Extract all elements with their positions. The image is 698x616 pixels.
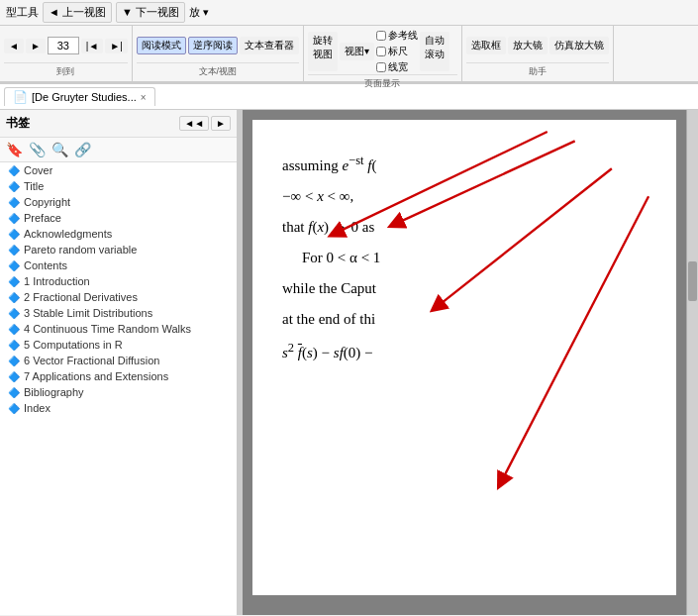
sidebar-title: 书签 — [6, 115, 30, 132]
bookmark-icon: 🔷 — [8, 245, 20, 256]
ribbon: ◄ ► |◄ ►| 到到 阅读模式 逆序阅读 文本查看器 文本/视图 旋转视图 … — [0, 26, 698, 83]
auto-scroll-btn[interactable]: 自动滚动 — [420, 32, 449, 71]
bookmark-text: 6 Vector Fractional Diffusion — [24, 355, 159, 366]
selection-box-btn[interactable]: 选取框 — [466, 37, 506, 54]
bookmark-text: Pareto random variable — [24, 244, 137, 256]
bookmark-bibliography[interactable]: 🔷 Bibliography — [0, 384, 237, 400]
pagedisplay-buttons: 旋转视图 视图▾ 参考线 标尺 线宽 自动滚动 — [308, 29, 457, 74]
bookmark-icon: 🔷 — [8, 292, 20, 303]
bookmark-computations[interactable]: 🔷 5 Computations in R — [0, 337, 237, 353]
sidebar-toggle-btn[interactable]: ► — [211, 116, 231, 131]
pdf-line-5: while the Caput — [282, 275, 647, 302]
attachment-icon-btn[interactable]: 📎 — [29, 142, 46, 157]
bookmark-stable-limit[interactable]: 🔷 3 Stable Limit Distributions — [0, 305, 237, 321]
next-view-btn[interactable]: ▼ 下一视图 — [116, 2, 185, 23]
ribbon-group-pagedisplay: 旋转视图 视图▾ 参考线 标尺 线宽 自动滚动 页面显示 — [304, 26, 462, 81]
tab-close-btn[interactable]: × — [141, 92, 147, 103]
pdf-line-7: s2 f(s) − sf(0) − — [282, 337, 647, 366]
sidebar-content: 🔷 Cover 🔷 Title 🔷 Copyright 🔷 Preface 🔷 … — [0, 162, 237, 615]
bookmark-icon: 🔷 — [8, 371, 20, 382]
bookmark-text: 3 Stable Limit Distributions — [24, 307, 152, 319]
bookmark-copyright[interactable]: 🔷 Copyright — [0, 194, 237, 210]
prev-view-btn[interactable]: ◄ 上一视图 — [43, 2, 112, 23]
document-tab[interactable]: 📄 [De Gruyter Studies... × — [4, 87, 155, 106]
bookmark-text: 1 Introduction — [24, 275, 90, 287]
pdf-line-4: For 0 < α < 1 — [282, 245, 647, 271]
bookmark-text: Cover — [24, 164, 52, 176]
bookmark-icon-btn[interactable]: 🔖 — [6, 142, 23, 157]
sidebar-collapse-btn[interactable]: ◄◄ — [179, 116, 209, 131]
sidebar-header: 书签 ◄◄ ► — [0, 110, 237, 138]
bookmark-contents[interactable]: 🔷 Contents — [0, 257, 237, 273]
sidebar-controls: ◄◄ ► — [179, 116, 231, 131]
bookmark-icon: 🔷 — [8, 229, 20, 240]
pdf-page: assuming e−st f( −∞ < x < ∞, that f(x) →… — [252, 120, 676, 595]
scrollbar-thumb[interactable] — [688, 261, 697, 301]
bookmark-text: Copyright — [24, 196, 70, 208]
bookmark-ctrw[interactable]: 🔷 4 Continuous Time Random Walks — [0, 321, 237, 337]
bookmark-text: Acknowledgments — [24, 228, 112, 240]
bookmark-text: Preface — [24, 212, 61, 224]
bookmark-icon: 🔷 — [8, 276, 20, 287]
sidebar: 书签 ◄◄ ► 🔖 📎 🔍 🔗 🔷 Cover 🔷 Title 🔷 — [0, 110, 238, 615]
bookmark-title[interactable]: 🔷 Title — [0, 178, 237, 194]
text-viewer-btn[interactable]: 文本查看器 — [240, 37, 299, 54]
sidebar-icons: 🔖 📎 🔍 🔗 — [0, 138, 237, 162]
link-icon-btn[interactable]: 🔗 — [74, 142, 91, 157]
sim-magnifier-btn[interactable]: 仿真放大镜 — [549, 37, 609, 54]
nav-buttons: ◄ ► |◄ ►| — [4, 29, 128, 62]
tab-icon: 📄 — [13, 90, 28, 104]
bookmark-icon: 🔷 — [8, 260, 20, 271]
bookmark-acknowledgments[interactable]: 🔷 Acknowledgments — [0, 226, 237, 242]
bookmark-icon: 🔷 — [8, 213, 20, 224]
bookmark-icon: 🔷 — [8, 387, 20, 398]
bookmark-text: 5 Computations in R — [24, 339, 123, 351]
guidelines-check[interactable] — [376, 31, 386, 41]
pdf-scrollbar[interactable] — [686, 110, 698, 615]
bookmark-icon: 🔷 — [8, 197, 20, 208]
pagedisplay-group-label: 页面显示 — [308, 74, 457, 90]
bookmark-text: Title — [24, 180, 44, 192]
readmode-buttons: 阅读模式 逆序阅读 文本查看器 — [137, 29, 299, 62]
bookmark-text: 4 Continuous Time Random Walks — [24, 323, 191, 335]
last-page-btn[interactable]: ►| — [105, 39, 128, 53]
main-area: 书签 ◄◄ ► 🔖 📎 🔍 🔗 🔷 Cover 🔷 Title 🔷 — [0, 110, 698, 615]
pdf-line-2: −∞ < x < ∞, — [282, 183, 647, 210]
pdf-line-3: that f(x) → 0 as — [282, 214, 647, 241]
pdf-area: assuming e−st f( −∞ < x < ∞, that f(x) →… — [243, 110, 686, 615]
bookmark-text: 2 Fractional Derivatives — [24, 291, 138, 303]
bookmark-applications[interactable]: 🔷 7 Applications and Extensions — [0, 368, 237, 384]
pdf-line-1: assuming e−st f( — [282, 150, 647, 179]
pdf-line-6: at the end of thi — [282, 306, 647, 333]
bookmark-pareto[interactable]: 🔷 Pareto random variable — [0, 242, 237, 257]
read-mode-btn[interactable]: 阅读模式 — [137, 37, 186, 54]
first-page-btn[interactable]: |◄ — [81, 39, 104, 53]
rotate-btn[interactable]: 旋转视图 — [308, 32, 338, 71]
bookmark-icon: 🔷 — [8, 181, 20, 192]
bookmark-fractional-deriv[interactable]: 🔷 2 Fractional Derivatives — [0, 289, 237, 305]
readmode-group-label: 文本/视图 — [137, 62, 299, 78]
bookmark-icon: 🔷 — [8, 356, 20, 366]
tab-label: [De Gruyter Studies... — [32, 91, 137, 103]
bookmark-preface[interactable]: 🔷 Preface — [0, 210, 237, 226]
assistant-buttons: 选取框 放大镜 仿真放大镜 — [466, 29, 609, 62]
bookmark-text: Contents — [24, 259, 67, 271]
bookmark-vector-frac[interactable]: 🔷 6 Vector Fractional Diffusion — [0, 353, 237, 368]
ruler-check[interactable] — [376, 47, 386, 56]
toolbar: 型工具 ◄ 上一视图 ▼ 下一视图 放 ▾ ◄ ► |◄ ►| 到到 阅读模式 … — [0, 0, 698, 84]
search-icon-btn[interactable]: 🔍 — [51, 142, 68, 157]
bookmark-cover[interactable]: 🔷 Cover — [0, 162, 237, 178]
ribbon-group-assistant: 选取框 放大镜 仿真放大镜 助手 — [462, 26, 614, 81]
magnifier-btn[interactable]: 放大镜 — [508, 37, 548, 54]
view-btn[interactable]: 视图▾ — [340, 43, 374, 60]
bookmark-intro[interactable]: 🔷 1 Introduction — [0, 273, 237, 289]
reverse-read-btn[interactable]: 逆序阅读 — [188, 37, 238, 54]
prev-page-btn[interactable]: ◄ — [4, 39, 24, 53]
pdf-content: assuming e−st f( −∞ < x < ∞, that f(x) →… — [282, 150, 647, 366]
bookmark-text: 7 Applications and Extensions — [24, 370, 168, 382]
bookmark-icon: 🔷 — [8, 165, 20, 176]
bookmark-index[interactable]: 🔷 Index — [0, 400, 237, 416]
next-page-btn[interactable]: ► — [26, 39, 46, 53]
linewidth-check[interactable] — [376, 62, 386, 72]
page-number-input[interactable] — [48, 37, 79, 54]
